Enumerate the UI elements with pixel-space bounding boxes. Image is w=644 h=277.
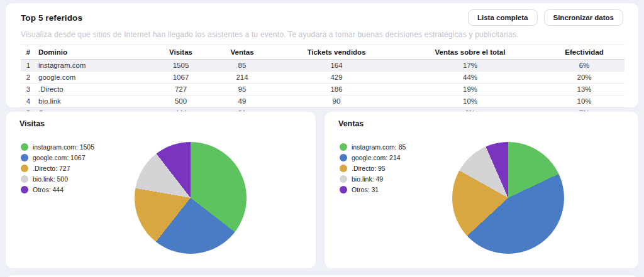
visitas-chart-title: Visitas (19, 119, 302, 128)
column-header: Efectividad (544, 45, 625, 60)
section-description: Visualiza desde que sitios de Internet h… (21, 30, 623, 39)
full-list-button[interactable]: Lista completa (468, 9, 538, 26)
table-cell: 727 (154, 84, 208, 95)
legend-label: instagram.com: 85 (352, 143, 406, 151)
header-actions: Lista completa Sincronizar datos (468, 9, 623, 26)
legend-item[interactable]: bio.link: 49 (340, 175, 406, 183)
table-cell: 500 (154, 95, 208, 107)
column-header: Dominio (36, 45, 154, 60)
visitas-chart-legend: instagram.com: 1505google.com: 1067.Dire… (21, 143, 94, 197)
table-cell: 90 (277, 95, 396, 107)
next-card-top-edge (5, 274, 639, 277)
ventas-chart-legend: instagram.com: 85google.com: 214.Directo… (340, 143, 406, 197)
table-cell: bio.link (36, 95, 154, 107)
legend-color-dot (21, 165, 28, 172)
legend-color-dot (340, 154, 347, 161)
legend-color-dot (21, 143, 28, 151)
legend-item[interactable]: instagram.com: 85 (340, 143, 406, 151)
table-row: 2google.com106721442944%20% (21, 72, 625, 84)
visitas-pie-chart (135, 142, 247, 254)
card-header: Top 5 referidos Lista completa Sincroniz… (21, 9, 623, 26)
legend-label: .Directo: 727 (33, 165, 70, 172)
table-cell: 3 (21, 84, 36, 95)
ventas-pie-chart (452, 142, 564, 254)
legend-label: bio.link: 500 (33, 175, 68, 183)
table-cell: 6% (544, 60, 625, 72)
legend-color-dot (340, 175, 347, 183)
legend-color-dot (21, 175, 28, 183)
table-cell: 49 (208, 95, 277, 107)
table-cell: 1505 (154, 60, 208, 72)
legend-color-dot (21, 186, 28, 193)
table-cell: 17% (396, 60, 544, 72)
table-cell: 186 (277, 84, 396, 95)
table-cell: 1 (21, 60, 36, 72)
legend-item[interactable]: Otros: 444 (21, 186, 94, 193)
table-header-row: #DominioVisitasVentasTickets vendidosVen… (21, 45, 625, 60)
column-header: Ventas sobre el total (396, 45, 544, 60)
table-cell: 20% (544, 72, 625, 84)
table-cell: 19% (396, 84, 544, 95)
column-header: Visitas (154, 45, 208, 60)
column-header: # (21, 45, 36, 60)
page-title: Top 5 referidos (21, 13, 82, 23)
legend-item[interactable]: google.com: 1067 (21, 154, 94, 161)
legend-label: bio.link: 49 (352, 175, 383, 183)
legend-label: google.com: 1067 (33, 154, 85, 161)
table-row: 4bio.link500499010%10% (21, 95, 625, 107)
table-body: 1instagram.com15058516417%6%2google.com1… (21, 60, 625, 119)
legend-item[interactable]: Otros: 31 (340, 186, 406, 193)
legend-item[interactable]: bio.link: 500 (21, 175, 94, 183)
legend-label: .Directo: 95 (352, 165, 386, 172)
table-cell: 85 (208, 60, 277, 72)
referrals-card: Top 5 referidos Lista completa Sincroniz… (5, 3, 639, 108)
ventas-chart-card: Ventas instagram.com: 85google.com: 214.… (324, 111, 639, 269)
legend-color-dot (340, 186, 347, 193)
legend-label: Otros: 31 (352, 186, 379, 193)
legend-color-dot (340, 165, 347, 172)
table-cell: 10% (396, 95, 544, 107)
table-cell: 13% (544, 84, 625, 95)
table-cell: 10% (544, 95, 625, 107)
legend-item[interactable]: .Directo: 95 (340, 165, 406, 172)
table-cell: .Directo (36, 84, 154, 95)
table-cell: google.com (36, 72, 154, 84)
legend-item[interactable]: instagram.com: 1505 (21, 143, 94, 151)
table-cell: 2 (21, 72, 36, 84)
visitas-chart-card: Visitas instagram.com: 1505google.com: 1… (5, 111, 316, 269)
legend-item[interactable]: .Directo: 727 (21, 165, 94, 172)
ventas-chart-title: Ventas (338, 119, 625, 128)
table-cell: 429 (277, 72, 396, 84)
table-cell: instagram.com (36, 60, 154, 72)
table-row: 1instagram.com15058516417%6% (21, 60, 625, 72)
legend-label: instagram.com: 1505 (33, 143, 94, 151)
legend-label: google.com: 214 (352, 154, 401, 161)
column-header: Ventas (208, 45, 277, 60)
table-cell: 1067 (154, 72, 208, 84)
legend-color-dot (21, 154, 28, 161)
legend-item[interactable]: google.com: 214 (340, 154, 406, 161)
legend-label: Otros: 444 (33, 186, 64, 193)
referrals-table: #DominioVisitasVentasTickets vendidosVen… (21, 45, 625, 119)
column-header: Tickets vendidos (277, 45, 396, 60)
table-cell: 164 (277, 60, 396, 72)
legend-color-dot (340, 143, 347, 151)
table-cell: 95 (208, 84, 277, 95)
table-cell: 44% (396, 72, 544, 84)
sync-data-button[interactable]: Sincronizar datos (544, 9, 624, 26)
table-cell: 214 (208, 72, 277, 84)
table-cell: 4 (21, 95, 36, 107)
table-row: 3.Directo7279518619%13% (21, 84, 625, 95)
